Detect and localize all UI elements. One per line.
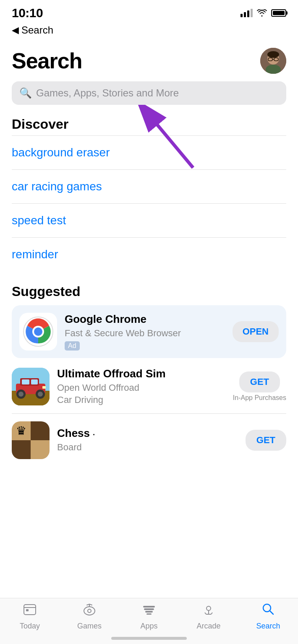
tab-games[interactable]: Games [68,602,110,631]
games-icon [83,602,96,619]
search-tab-icon [261,602,275,619]
svg-rect-23 [42,386,46,389]
svg-line-39 [270,611,273,614]
chess-name-row: Chess · [57,427,238,441]
signal-bars-icon [240,9,253,17]
svg-point-3 [267,51,279,58]
jeep-icon [12,368,50,405]
svg-point-18 [18,392,24,397]
jeep-get-button[interactable]: GET [239,371,280,392]
svg-rect-32 [146,613,152,615]
discover-item-background-eraser[interactable]: background eraser [12,136,286,170]
chess-q4 [31,440,50,459]
arcade-icon [202,602,215,619]
discover-link[interactable]: speed test [12,214,66,227]
apps-icon [142,602,156,619]
suggested-title: Suggested [12,284,286,299]
search-bar[interactable]: 🔍 Games, Apps, Stories and More [12,81,286,105]
discover-section: Discover background eraser car racing ga… [12,117,286,271]
suggested-section: Suggested [0,284,298,467]
chrome-name: Google Chrome [65,313,225,326]
today-label: Today [20,622,40,631]
tab-arcade[interactable]: Arcade [188,602,230,631]
svg-rect-24 [24,605,36,615]
battery-icon [271,9,286,17]
avatar[interactable] [260,48,286,74]
page-title: Search [12,48,82,73]
ad-badge: Ad [65,341,80,351]
discover-item-reminder[interactable]: reminder [12,238,286,271]
main-content: Search [0,39,298,271]
svg-line-37 [211,613,212,614]
discover-link[interactable]: background eraser [12,146,110,159]
chess-q2 [31,421,50,440]
discover-item-car-racing[interactable]: car racing games [12,170,286,204]
chess-q1: ♛ [12,421,31,440]
svg-point-12 [34,327,42,336]
discover-item-speed-test[interactable]: speed test [12,204,286,238]
chess-dot: · [92,428,95,441]
tab-apps[interactable]: Apps [128,602,170,631]
search-icon: 🔍 [19,87,32,99]
svg-point-27 [84,607,95,615]
search-tab-label: Search [256,622,280,631]
apps-label: Apps [140,622,157,631]
search-placeholder: Games, Apps, Stories and More [36,87,179,99]
chrome-info: Google Chrome Fast & Secure Web Browser … [65,313,225,351]
jeep-name: Ultimate Offroad Sim [57,367,225,380]
avatar-image [260,48,286,74]
back-arrow-icon: ◀ [12,25,19,36]
discover-link[interactable]: reminder [12,248,58,261]
in-app-label: In-App Purchases [233,394,286,402]
chrome-desc: Fast & Secure Web Browser [65,327,225,340]
svg-rect-26 [26,609,29,611]
app-card-chrome[interactable]: Google Chrome Fast & Secure Web Browser … [12,305,286,358]
svg-rect-30 [144,608,154,610]
chess-get-button[interactable]: GET [246,430,286,451]
jeep-info: Ultimate Offroad Sim Open World OffroadC… [57,367,225,406]
chess-icon: ♛ [12,421,50,459]
svg-rect-29 [143,606,155,608]
status-icons [240,9,286,17]
wifi-icon [257,9,267,17]
chrome-icon [19,313,57,351]
arcade-label: Arcade [196,622,220,631]
chrome-open-button[interactable]: OPEN [233,321,279,342]
svg-point-28 [88,609,91,613]
discover-title: Discover [12,117,286,132]
chess-desc: Board [57,441,238,454]
back-label: Search [21,24,53,36]
svg-line-36 [205,613,206,614]
chess-info: Chess · Board [57,427,238,454]
status-bar: 10:10 [0,0,298,23]
games-label: Games [77,622,102,631]
app-list-item-jeep[interactable]: Ultimate Offroad Sim Open World OffroadC… [12,360,286,414]
tab-today[interactable]: Today [9,602,51,631]
back-nav[interactable]: ◀ Search [0,23,298,39]
jeep-get-wrapper: GET In-App Purchases [233,371,286,402]
chess-get-wrapper: GET [246,430,286,451]
today-icon [23,602,37,619]
home-indicator [111,637,187,640]
svg-rect-21 [22,379,29,384]
chess-q3 [12,440,31,459]
app-list: Ultimate Offroad Sim Open World OffroadC… [12,360,286,467]
chess-name: Chess [57,427,90,440]
status-time: 10:10 [12,6,43,20]
app-list-item-chess[interactable]: ♛ Chess · Board GET [12,414,286,467]
discover-link[interactable]: car racing games [12,180,102,193]
svg-point-20 [38,392,43,397]
header-row: Search [12,48,286,74]
tab-search[interactable]: Search [247,602,289,631]
svg-point-33 [207,606,211,610]
jeep-desc: Open World OffroadCar Driving [57,382,225,406]
svg-rect-22 [31,379,38,384]
svg-rect-31 [145,611,153,613]
